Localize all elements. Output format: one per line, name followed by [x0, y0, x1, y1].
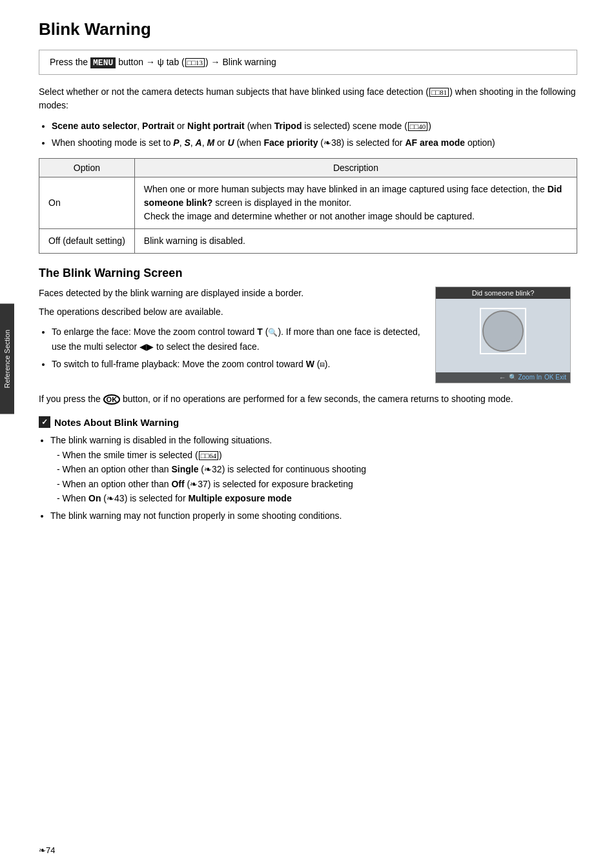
notes-sub-3: When an option other than Off (❧37) is s…: [57, 477, 577, 491]
menu-path-prefix: Press the: [50, 57, 88, 67]
notes-item-2: The blink warning may not function prope…: [50, 509, 577, 523]
ref-icon-32: ❧32: [204, 464, 222, 474]
ref-icon-40: □□40: [408, 122, 427, 131]
menu-keyword: MENU: [90, 57, 116, 68]
option-on: On: [39, 177, 135, 228]
notes-sub-list: When the smile timer is selected (□□64) …: [57, 448, 577, 506]
page-title: Blink Warning: [39, 19, 577, 39]
blink-para1: Faces detected by the blink warning are …: [39, 287, 422, 301]
ref-icon-37: ❧37: [190, 479, 208, 489]
zoom-in-label: 🔍 Zoom In: [509, 374, 542, 381]
footer-page-number: ❧74: [39, 845, 55, 855]
ref-icon-13: □□13: [185, 58, 205, 67]
sidebar-tab: Reference Section: [0, 304, 14, 414]
menu-path-box: Press the MENU button → ψ tab (□□13) → B…: [39, 50, 577, 75]
ref-icon-81: □□81: [429, 88, 449, 97]
page-footer: ❧74: [39, 845, 55, 855]
bullet-item-2: When shooting mode is set to P, S, A, M …: [52, 136, 577, 150]
table-row-off: Off (default setting) Blink warning is d…: [39, 228, 577, 253]
ok-button-icon: OK: [103, 394, 121, 405]
option-off: Off (default setting): [39, 228, 135, 253]
notes-title-text: Notes About Blink Warning: [54, 417, 179, 428]
blink-screen-section-title: The Blink Warning Screen: [39, 267, 577, 280]
notes-sub-2: When an option other than Single (❧32) i…: [57, 462, 577, 476]
notes-section: ✓ Notes About Blink Warning The blink wa…: [39, 416, 577, 523]
ok-para: If you press the OK button, or if no ope…: [39, 392, 577, 407]
ref-icon-64: □□64: [199, 451, 218, 460]
notes-sub-1: When the smile timer is selected (□□64): [57, 448, 577, 462]
back-arrow-icon: ←: [499, 374, 506, 381]
description-off: Blink warning is disabled.: [134, 228, 577, 253]
blink-text-col: Faces detected by the blink warning are …: [39, 287, 422, 383]
ok-exit-label: OK Exit: [544, 374, 566, 381]
sidebar-label: Reference Section: [3, 330, 11, 389]
face-rect: [480, 308, 526, 354]
notes-check-icon: ✓: [39, 416, 50, 428]
blink-bullet-2: To switch to full-frame playback: Move t…: [52, 357, 422, 371]
camera-screen: Did someone blink? ← 🔍 Zoom In OK Exit: [435, 287, 571, 383]
blink-screen-section: Faces detected by the blink warning are …: [39, 287, 577, 383]
camera-screen-top-bar: Did someone blink?: [436, 287, 570, 299]
bullet-item-1: Scene auto selector, Portrait or Night p…: [52, 119, 577, 133]
camera-screen-bottom-bar: ← 🔍 Zoom In OK Exit: [436, 372, 570, 383]
blink-bullets: To enlarge the face: Move the zoom contr…: [52, 325, 422, 371]
options-table: Option Description On When one or more h…: [39, 158, 577, 254]
intro-bullet-list: Scene auto selector, Portrait or Night p…: [52, 119, 577, 150]
table-row-on: On When one or more human subjects may h…: [39, 177, 577, 228]
ref-icon-38: ❧38: [323, 137, 342, 148]
col-header-option: Option: [39, 158, 135, 177]
col-header-description: Description: [134, 158, 577, 177]
blink-image-col: Did someone blink? ← 🔍 Zoom In OK Exit: [435, 287, 577, 383]
intro-text: Select whether or not the camera detects…: [39, 85, 577, 112]
notes-list: The blink warning is disabled in the fol…: [50, 433, 577, 523]
camera-face-area: [436, 299, 570, 363]
face-container: [482, 310, 524, 352]
menu-path-middle: button → ψ tab (□□13) → Blink warning: [118, 57, 276, 67]
notes-item-1: The blink warning is disabled in the fol…: [50, 433, 577, 505]
description-on: When one or more human subjects may have…: [134, 177, 577, 228]
blink-para2: The operations described below are avail…: [39, 305, 422, 319]
notes-title: ✓ Notes About Blink Warning: [39, 416, 577, 428]
ref-icon-43: ❧43: [107, 493, 125, 503]
blink-bullet-1: To enlarge the face: Move the zoom contr…: [52, 325, 422, 354]
notes-sub-4: When On (❧43) is selected for Multiple e…: [57, 491, 577, 505]
